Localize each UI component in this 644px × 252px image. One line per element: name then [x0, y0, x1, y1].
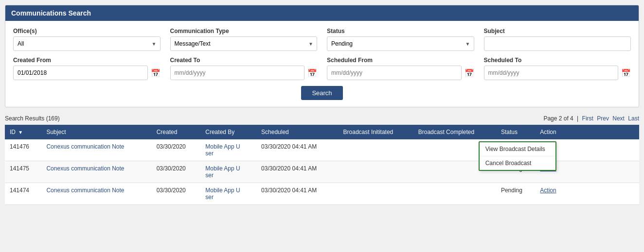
search-panel-header: Communications Search [5, 5, 639, 21]
col-status: Status [496, 125, 535, 139]
created-to-date-wrapper: 📅 [170, 66, 318, 80]
cell-created: 03/30/2020 [152, 183, 201, 205]
status-select-wrapper: Pending Completed Cancelled ▼ [327, 36, 474, 51]
scheduled-from-date-wrapper: 📅 [327, 66, 474, 80]
scheduled-to-input[interactable] [484, 66, 619, 80]
status-group: Status Pending Completed Cancelled ▼ [327, 28, 474, 51]
cell-subject: Conexus communication Note [41, 183, 151, 205]
cell-broadcast-initiated [339, 183, 413, 205]
form-row-2: Created From 📅 Created To 📅 Scheduled Fr… [13, 57, 631, 80]
created-to-group: Created To 📅 [170, 57, 318, 80]
scheduled-from-group: Scheduled From 📅 [327, 57, 474, 80]
first-page-link[interactable]: First [582, 115, 593, 122]
cell-created: 03/30/2020 [152, 139, 201, 161]
created-from-calendar-icon[interactable]: 📅 [151, 68, 161, 78]
search-btn-row: Search [13, 86, 631, 100]
scheduled-to-label: Scheduled To [484, 57, 631, 64]
cell-broadcast-completed [413, 183, 496, 205]
table-body: 141476 Conexus communication Note 03/30/… [5, 139, 639, 205]
offices-select[interactable]: All [13, 36, 161, 51]
col-subject: Subject [41, 125, 151, 139]
sort-icon: ▼ [18, 130, 23, 135]
col-scheduled: Scheduled [256, 125, 338, 139]
created-to-calendar-icon[interactable]: 📅 [307, 68, 317, 78]
results-bar: Search Results (169) Page 2 of 4 | First… [0, 112, 644, 125]
subject-link[interactable]: Conexus communication Note [46, 187, 124, 194]
scheduled-from-label: Scheduled From [327, 57, 474, 64]
cell-created-by: Mobile App User [200, 161, 256, 183]
created-by-link[interactable]: Mobile App User [205, 165, 240, 179]
comm-type-label: Communication Type [170, 28, 318, 34]
offices-group: Office(s) All ▼ [13, 28, 161, 51]
cell-created-by: Mobile App User [200, 139, 256, 161]
action-menu: View Broadcast Details Cancel Broadcast [479, 141, 556, 171]
subject-link[interactable]: Conexus communication Note [46, 165, 124, 172]
cell-action: Action [535, 183, 639, 205]
table-header: ID ▼ Subject Created Created By Schedule… [5, 125, 639, 139]
panel-title: Communications Search [11, 9, 91, 17]
results-summary: Search Results (169) [5, 115, 60, 122]
cell-broadcast-initiated [339, 139, 413, 161]
search-panel-body: Office(s) All ▼ Communication Type Messa… [5, 21, 639, 107]
pager: Page 2 of 4 | First Prev Next Last [541, 115, 639, 122]
action-link[interactable]: Action [540, 187, 556, 194]
table-header-row: ID ▼ Subject Created Created By Schedule… [5, 125, 639, 139]
created-to-label: Created To [170, 57, 318, 64]
status-select[interactable]: Pending Completed Cancelled [327, 36, 474, 51]
scheduled-to-calendar-icon[interactable]: 📅 [621, 68, 631, 78]
pager-separator: | [577, 115, 578, 122]
cell-broadcast-initiated [339, 161, 413, 183]
offices-select-wrapper: All ▼ [13, 36, 161, 51]
created-from-group: Created From 📅 [13, 57, 161, 80]
subject-label: Subject [484, 28, 631, 34]
col-id[interactable]: ID ▼ [5, 125, 41, 139]
prev-page-link[interactable]: Prev [597, 115, 609, 122]
scheduled-to-group: Scheduled To 📅 [484, 57, 631, 80]
comm-type-select[interactable]: Message/Text Email Phone [170, 36, 318, 51]
created-by-link[interactable]: Mobile App User [205, 187, 240, 201]
table-row: 141476 Conexus communication Note 03/30/… [5, 139, 639, 161]
created-from-label: Created From [13, 57, 161, 64]
cell-created: 03/30/2020 [152, 161, 201, 183]
last-page-link[interactable]: Last [628, 115, 639, 122]
cancel-broadcast-item[interactable]: Cancel Broadcast [480, 156, 555, 170]
scheduled-from-calendar-icon[interactable]: 📅 [465, 68, 474, 78]
pager-label: Page 2 of 4 [543, 115, 573, 122]
table-row: 141474 Conexus communication Note 03/30/… [5, 183, 639, 205]
cell-id: 141475 [5, 161, 41, 183]
comm-type-group: Communication Type Message/Text Email Ph… [170, 28, 318, 51]
scheduled-from-input[interactable] [327, 66, 462, 80]
scheduled-to-date-wrapper: 📅 [484, 66, 631, 80]
cell-action: Action View Broadcast Details Cancel Bro… [535, 139, 639, 161]
form-row-1: Office(s) All ▼ Communication Type Messa… [13, 28, 631, 51]
offices-label: Office(s) [13, 28, 161, 34]
results-table: ID ▼ Subject Created Created By Schedule… [5, 125, 639, 205]
view-broadcast-details-item[interactable]: View Broadcast Details [480, 142, 555, 156]
search-panel: Communications Search Office(s) All ▼ Co… [5, 5, 639, 107]
cell-id: 141474 [5, 183, 41, 205]
cell-subject: Conexus communication Note [41, 139, 151, 161]
created-to-input[interactable] [170, 66, 305, 80]
cell-id: 141476 [5, 139, 41, 161]
created-by-link[interactable]: Mobile App User [205, 143, 240, 157]
search-button[interactable]: Search [301, 86, 342, 100]
cell-scheduled: 03/30/2020 04:41 AM [256, 139, 338, 161]
action-dropdown: Action View Broadcast Details Cancel Bro… [540, 143, 556, 150]
col-created-by: Created By [200, 125, 256, 139]
subject-link[interactable]: Conexus communication Note [46, 143, 124, 150]
subject-group: Subject [484, 28, 631, 51]
created-from-input[interactable] [13, 66, 148, 80]
col-broadcast-completed: Broadcast Completed [413, 125, 496, 139]
cell-status: Pending [496, 183, 535, 205]
cell-created-by: Mobile App User [200, 183, 256, 205]
created-from-date-wrapper: 📅 [13, 66, 161, 80]
col-action: Action [535, 125, 639, 139]
cell-subject: Conexus communication Note [41, 161, 151, 183]
subject-input[interactable] [484, 36, 631, 51]
comm-type-select-wrapper: Message/Text Email Phone ▼ [170, 36, 318, 51]
col-broadcast-initiated: Broadcast Inititated [339, 125, 413, 139]
cell-scheduled: 03/30/2020 04:41 AM [256, 161, 338, 183]
next-page-link[interactable]: Next [612, 115, 625, 122]
col-created: Created [152, 125, 201, 139]
cell-scheduled: 03/30/2020 04:41 AM [256, 183, 338, 205]
